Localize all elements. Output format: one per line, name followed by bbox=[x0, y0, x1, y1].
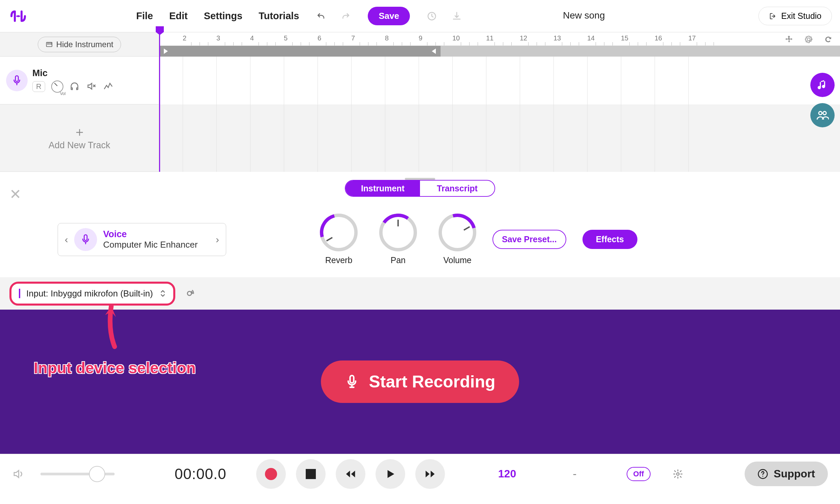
history-icon[interactable] bbox=[426, 11, 438, 22]
save-preset-button[interactable]: Save Preset... bbox=[492, 230, 566, 249]
mic-icon bbox=[6, 70, 28, 91]
transport-forward-button[interactable] bbox=[415, 459, 445, 489]
close-icon[interactable]: ✕ bbox=[10, 186, 21, 202]
add-track-label: Add New Track bbox=[49, 140, 110, 150]
help-icon bbox=[757, 469, 768, 480]
ruler-number: 9 bbox=[419, 34, 422, 42]
plus-icon: ＋ bbox=[73, 125, 86, 138]
speaker-icon[interactable] bbox=[12, 468, 24, 480]
metronome-toggle[interactable]: Off bbox=[627, 467, 651, 481]
move-icon[interactable] bbox=[785, 35, 795, 45]
exit-studio-button[interactable]: Exit Studio bbox=[758, 7, 832, 25]
redo-icon[interactable] bbox=[340, 11, 352, 22]
input-device-selector[interactable]: Input: Inbyggd mikrofon (Built-in) bbox=[10, 282, 175, 306]
transport-play-button[interactable] bbox=[375, 459, 405, 489]
add-track-button[interactable]: ＋ Add New Track bbox=[0, 105, 159, 172]
headphones-icon[interactable] bbox=[69, 81, 80, 92]
ruler-number: 12 bbox=[520, 34, 527, 42]
timeline[interactable]: 234567891011121314151617 bbox=[159, 32, 840, 172]
piano-icon bbox=[46, 41, 53, 48]
exit-label: Exit Studio bbox=[781, 11, 821, 21]
transport-stop-button[interactable] bbox=[296, 459, 326, 489]
input-settings-icon[interactable] bbox=[183, 287, 195, 300]
voice-title: Voice bbox=[103, 229, 197, 239]
annotation-arrow bbox=[101, 303, 128, 350]
playhead[interactable] bbox=[159, 32, 160, 172]
ruler[interactable]: 234567891011121314151617 bbox=[159, 32, 840, 46]
ruler-number: 15 bbox=[621, 34, 628, 42]
song-name[interactable]: New song bbox=[563, 10, 605, 21]
menu: File Edit Settings Tutorials bbox=[136, 11, 299, 21]
time-signature[interactable]: - bbox=[573, 467, 576, 481]
loop-region-bar[interactable] bbox=[159, 46, 840, 57]
ruler-number: 6 bbox=[317, 34, 321, 42]
collab-button[interactable] bbox=[810, 103, 835, 127]
ruler-number: 7 bbox=[351, 34, 355, 42]
record-label: Start Recording bbox=[369, 372, 495, 392]
tracks-area: Hide Instrument Mic R Vol bbox=[0, 32, 840, 172]
effects-button[interactable]: Effects bbox=[582, 230, 637, 249]
time-display: 00:00.0 bbox=[175, 466, 227, 483]
chevron-left-icon[interactable]: ‹ bbox=[65, 234, 68, 245]
chevron-right-icon[interactable]: › bbox=[216, 234, 219, 245]
metronome-settings-icon[interactable] bbox=[673, 469, 683, 479]
record-arm-toggle[interactable]: R bbox=[32, 81, 45, 92]
instrument-panel: ✕ Instrument Transcript ‹ Voice Computer… bbox=[0, 180, 840, 277]
download-icon[interactable] bbox=[451, 11, 462, 22]
volume-knob[interactable] bbox=[439, 214, 476, 251]
track-vol-label: Vol bbox=[60, 91, 66, 96]
hide-instrument-button[interactable]: Hide Instrument bbox=[38, 37, 121, 52]
master-volume-slider[interactable] bbox=[40, 473, 115, 475]
library-button[interactable] bbox=[810, 73, 835, 97]
ruler-number: 11 bbox=[486, 34, 493, 42]
input-bar: Input: Inbyggd mikrofon (Built-in) Input… bbox=[0, 277, 840, 310]
tab-switch: Instrument Transcript bbox=[345, 180, 495, 197]
reverb-knob[interactable] bbox=[320, 214, 357, 251]
bpm-display[interactable]: 120 bbox=[498, 468, 516, 480]
start-recording-button[interactable]: Start Recording bbox=[321, 360, 519, 403]
ruler-number: 5 bbox=[284, 34, 287, 42]
transport-record-button[interactable] bbox=[256, 459, 286, 489]
support-button[interactable]: Support bbox=[745, 462, 828, 486]
tab-instrument[interactable]: Instrument bbox=[346, 181, 420, 196]
exit-icon bbox=[769, 12, 777, 20]
instrument-selector[interactable]: ‹ Voice Computer Mic Enhancer › bbox=[58, 223, 226, 256]
menu-tutorials[interactable]: Tutorials bbox=[259, 11, 299, 21]
track-name: Mic bbox=[32, 68, 114, 78]
ruler-number: 14 bbox=[587, 34, 595, 42]
logo bbox=[8, 6, 28, 26]
svg-point-4 bbox=[677, 473, 680, 475]
save-button[interactable]: Save bbox=[368, 7, 410, 25]
top-bar: File Edit Settings Tutorials Save New so… bbox=[0, 0, 840, 32]
voice-subtitle: Computer Mic Enhancer bbox=[103, 239, 197, 250]
track-sidebar: Hide Instrument Mic R Vol bbox=[0, 32, 159, 172]
gear-icon[interactable] bbox=[804, 35, 815, 45]
ruler-number: 3 bbox=[216, 34, 220, 42]
ruler-number: 4 bbox=[250, 34, 254, 42]
ruler-number: 17 bbox=[688, 34, 696, 42]
ruler-number: 16 bbox=[654, 34, 662, 42]
ruler-number: 8 bbox=[385, 34, 389, 42]
panel-drag-handle[interactable] bbox=[405, 178, 435, 180]
menu-file[interactable]: File bbox=[136, 11, 153, 21]
timeline-grid[interactable] bbox=[159, 57, 840, 172]
input-device-label: Input: Inbyggd mikrofon (Built-in) bbox=[26, 288, 153, 299]
undo-icon[interactable] bbox=[315, 11, 327, 22]
menu-edit[interactable]: Edit bbox=[169, 11, 188, 21]
voice-icon bbox=[74, 228, 97, 251]
svg-point-2 bbox=[19, 16, 20, 17]
track-volume-knob[interactable] bbox=[51, 80, 63, 93]
pan-knob[interactable] bbox=[379, 214, 417, 251]
refresh-icon[interactable] bbox=[824, 35, 834, 45]
annotation-text: Input device selection bbox=[34, 359, 196, 377]
automation-icon[interactable] bbox=[103, 81, 114, 92]
transport-rewind-button[interactable] bbox=[336, 459, 365, 489]
mute-icon[interactable] bbox=[86, 81, 97, 92]
svg-point-1 bbox=[16, 16, 18, 17]
level-indicator bbox=[19, 289, 20, 298]
tab-transcript[interactable]: Transcript bbox=[420, 181, 494, 196]
menu-settings[interactable]: Settings bbox=[204, 11, 242, 21]
track-row-mic[interactable]: Mic R Vol bbox=[0, 57, 159, 105]
loop-region[interactable] bbox=[159, 46, 441, 57]
ruler-number: 10 bbox=[452, 34, 460, 42]
